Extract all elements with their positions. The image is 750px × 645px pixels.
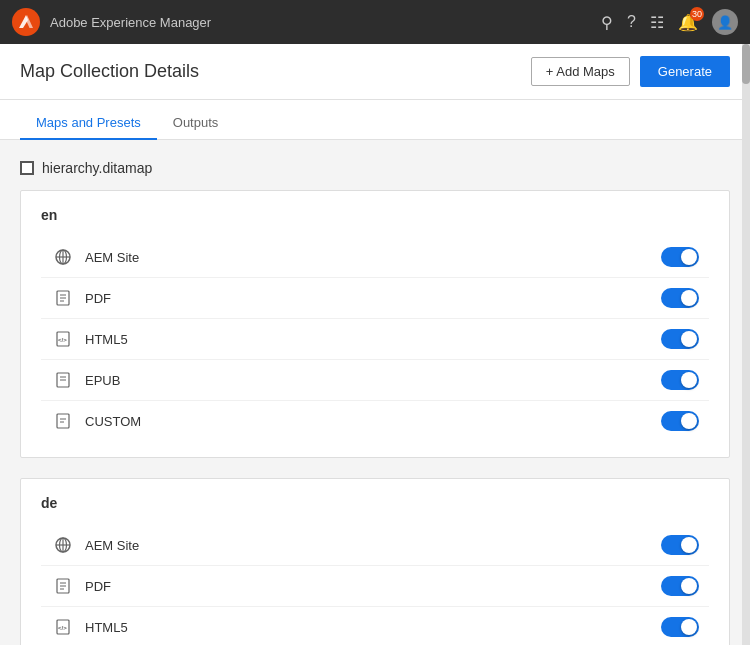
page-title: Map Collection Details [20, 61, 199, 82]
tabs-bar: Maps and Presets Outputs [0, 100, 750, 140]
toggle-de-aem-site[interactable] [661, 535, 699, 555]
toggle-en-html5[interactable] [661, 329, 699, 349]
output-name-en-aem-site: AEM Site [85, 250, 661, 265]
lang-label-de: de [41, 495, 709, 511]
output-name-en-epub: EPUB [85, 373, 661, 388]
user-avatar[interactable]: 👤 [712, 9, 738, 35]
output-name-en-pdf: PDF [85, 291, 661, 306]
svg-rect-15 [57, 414, 69, 428]
topbar: Adobe Experience Manager ⚲ ? ☷ 🔔 30 👤 [0, 0, 750, 44]
help-icon[interactable]: ? [627, 13, 636, 31]
toggle-en-epub[interactable] [661, 370, 699, 390]
output-row-de-pdf: PDF [41, 566, 709, 607]
lang-group-en: en AEM Site PDF </> HTML5 [20, 190, 730, 458]
svg-marker-1 [26, 15, 34, 28]
output-name-de-pdf: PDF [85, 579, 661, 594]
custom-icon [51, 409, 75, 433]
toggle-en-pdf[interactable] [661, 288, 699, 308]
epub-icon [51, 368, 75, 392]
ditamap-checkbox[interactable] [20, 161, 34, 175]
notification-icon[interactable]: 🔔 30 [678, 13, 698, 32]
toggle-de-html5[interactable] [661, 617, 699, 637]
subheader: Map Collection Details + Add Maps Genera… [0, 44, 750, 100]
pdf-icon-de [51, 574, 75, 598]
output-row-en-aem-site: AEM Site [41, 237, 709, 278]
search-icon[interactable]: ⚲ [601, 13, 613, 32]
output-name-en-html5: HTML5 [85, 332, 661, 347]
page-wrapper: Adobe Experience Manager ⚲ ? ☷ 🔔 30 👤 Ma… [0, 0, 750, 645]
toggle-de-pdf[interactable] [661, 576, 699, 596]
html5-icon: </> [51, 327, 75, 351]
apps-icon[interactable]: ☷ [650, 13, 664, 32]
pdf-icon [51, 286, 75, 310]
svg-text:</>: </> [58, 625, 67, 631]
output-row-de-aem-site: AEM Site [41, 525, 709, 566]
svg-text:</>: </> [58, 337, 67, 343]
main-content: hierarchy.ditamap en AEM Site PDF [0, 140, 750, 645]
toggle-en-custom[interactable] [661, 411, 699, 431]
ditamap-checkbox-row: hierarchy.ditamap [20, 160, 730, 176]
output-row-en-custom: CUSTOM [41, 401, 709, 441]
globe-icon-de [51, 533, 75, 557]
ditamap-label: hierarchy.ditamap [42, 160, 152, 176]
tab-maps-presets[interactable]: Maps and Presets [20, 107, 157, 140]
header-actions: + Add Maps Generate [531, 56, 730, 87]
output-row-en-html5: </> HTML5 [41, 319, 709, 360]
output-row-de-html5: </> HTML5 [41, 607, 709, 645]
lang-label-en: en [41, 207, 709, 223]
adobe-logo-icon [18, 14, 34, 30]
output-row-en-pdf: PDF [41, 278, 709, 319]
html5-icon-de: </> [51, 615, 75, 639]
add-maps-button[interactable]: + Add Maps [531, 57, 630, 86]
app-logo [12, 8, 40, 36]
app-title: Adobe Experience Manager [50, 15, 601, 30]
topbar-icons: ⚲ ? ☷ 🔔 30 👤 [601, 9, 738, 35]
output-name-de-aem-site: AEM Site [85, 538, 661, 553]
generate-button[interactable]: Generate [640, 56, 730, 87]
scroll-thumb[interactable] [742, 44, 750, 84]
output-name-en-custom: CUSTOM [85, 414, 661, 429]
lang-group-de: de AEM Site PDF </> HTML5 [20, 478, 730, 645]
globe-icon [51, 245, 75, 269]
notification-badge: 30 [690, 7, 704, 21]
toggle-en-aem-site[interactable] [661, 247, 699, 267]
scrollbar[interactable] [742, 44, 750, 645]
output-name-de-html5: HTML5 [85, 620, 661, 635]
tab-outputs[interactable]: Outputs [157, 107, 235, 140]
output-row-en-epub: EPUB [41, 360, 709, 401]
